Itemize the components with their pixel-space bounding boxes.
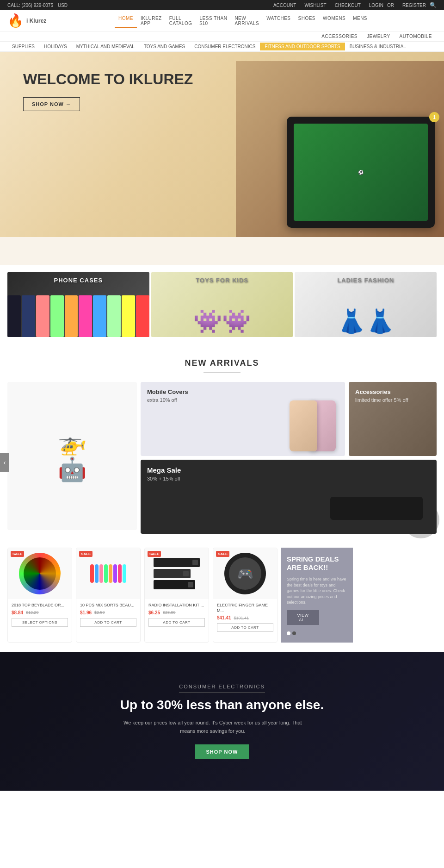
product-image-radio: SALE xyxy=(145,548,209,599)
nav-iklurez-app[interactable]: IKLUREZAPP xyxy=(137,14,166,28)
mobile-covers-title: Mobile Covers xyxy=(147,388,339,395)
product-image-finger-game: SALE 🎮 xyxy=(213,548,277,599)
tv-content: ⚽ xyxy=(358,170,364,175)
product-name-finger-game: ELECTRIC FINGER GAME M... xyxy=(217,603,273,613)
accessories-sub: limited time offer 5% off xyxy=(355,397,430,403)
products-section: SALE 2018 TOP BEYBLADE OR... $8.84 $12.2… xyxy=(0,543,444,652)
products-row: SALE 2018 TOP BEYBLADE OR... $8.84 $12.2… xyxy=(7,548,437,643)
category-fashion-label: LADIES FASHION xyxy=(337,277,394,284)
product-name-hairbands: 10 PCS MIX SORTS BEAU... xyxy=(80,603,136,608)
nav-toys-games[interactable]: TOYS AND GAMES xyxy=(139,43,190,50)
helicopter-icon: 🚁 🤖 xyxy=(58,429,86,483)
consumer-desc: We keep our prices low all year round. I… xyxy=(120,719,305,735)
sale-badge-3: SALE xyxy=(148,551,161,557)
wishlist-link[interactable]: WISHLIST xyxy=(304,3,326,8)
arrivals-grid: 🚁 🤖 Mobile Covers extra 10% off Accessor… xyxy=(0,382,444,543)
consumer-shop-button[interactable]: SHOP NOW xyxy=(195,744,249,759)
logo[interactable]: 🔥 i Klurez xyxy=(7,13,49,28)
login-link[interactable]: LOGIN xyxy=(369,3,383,8)
sale-badge-2: SALE xyxy=(79,551,92,557)
select-options-button[interactable]: SELECT OPTIONS xyxy=(12,618,68,627)
nav-supplies[interactable]: SUPPLIES xyxy=(7,43,39,50)
category-toys[interactable]: TOYS FOR KIDS 👾👾 xyxy=(151,272,293,337)
price-old-4: $101.41 xyxy=(234,616,249,620)
spring-deals-card: SPRING DEALS ARE BACK!! Spring time is h… xyxy=(281,548,353,643)
nav-womens[interactable]: WOMENS xyxy=(319,14,349,28)
product-card-finger-game: SALE 🎮 ELECTRIC FINGER GAME M... $41.41 … xyxy=(213,548,278,643)
nav-home[interactable]: HOME xyxy=(115,14,137,28)
phone-number: CALL: (206) 929-0075 xyxy=(7,3,53,8)
category-fashion[interactable]: LADIES FASHION 👗👗 xyxy=(295,272,437,337)
nav-new-arrivals[interactable]: NEWARRIVALS xyxy=(231,14,263,28)
nav-watches[interactable]: WATCHES xyxy=(263,14,294,28)
currency: USD xyxy=(58,3,68,8)
nav-consumer-electronics[interactable]: CONSUMER ELECTRONICS xyxy=(190,43,260,50)
consumer-title: Up to 30% less than anyone else. xyxy=(120,697,324,713)
shop-now-button[interactable]: SHOP NOW → xyxy=(23,97,80,111)
account-link[interactable]: ACCOUNT xyxy=(273,3,296,8)
add-to-cart-button-hairbands[interactable]: ADD TO CART xyxy=(80,618,136,627)
topbar-right: ACCOUNT WISHLIST CHECKOUT LOGIN OR REGIS… xyxy=(269,2,437,8)
top-bar: CALL: (206) 929-0075 USD ACCOUNT WISHLIS… xyxy=(0,0,444,10)
logo-flame-icon: 🔥 xyxy=(7,13,24,28)
spring-deals-title: SPRING DEALS ARE BACK!! xyxy=(287,555,347,572)
nav-shoes[interactable]: SHOES xyxy=(295,14,320,28)
toy-robot-display: 🚁 🤖 xyxy=(58,429,86,483)
arrivals-top-row: Mobile Covers extra 10% off Accessories … xyxy=(141,382,437,456)
category-phone-cases[interactable]: PHONE CASES xyxy=(7,272,149,337)
nav-business[interactable]: BUSINESS & INDUSTRIAL xyxy=(345,43,411,50)
nav-mens[interactable]: MENS xyxy=(349,14,371,28)
mobile-covers-card[interactable]: Mobile Covers extra 10% off xyxy=(141,382,345,456)
fashion-icon: 👗👗 xyxy=(337,308,395,335)
nav-fitness[interactable]: FITNESS AND OUTDOOR SPORTS xyxy=(260,43,345,50)
arrivals-featured-product[interactable]: 🚁 🤖 xyxy=(7,382,137,530)
hero-title: WELCOME TO IKLUREZ xyxy=(23,70,193,88)
product-name-radio: RADIO INSTALLATION KIT ... xyxy=(148,603,205,608)
nav-accessories[interactable]: ACCESSORIES xyxy=(317,32,362,40)
product-info-radio: RADIO INSTALLATION KIT ... $6.25 $28.99 … xyxy=(145,599,209,631)
cart-badge: 1 xyxy=(429,112,439,122)
search-icon[interactable]: 🔍 xyxy=(430,2,437,8)
nav-less-than[interactable]: LESS THAN$10 xyxy=(196,14,231,28)
product-prices-hairbands: $1.96 $2.59 xyxy=(80,610,136,615)
price-old-3: $28.99 xyxy=(163,610,176,615)
price-current-3: $6.25 xyxy=(148,610,160,615)
register-link[interactable]: REGISTER xyxy=(402,3,426,8)
nav-automobile[interactable]: AUTOMOBILE xyxy=(395,32,437,40)
consumer-banner-content: Consumer Electronics Up to 30% less than… xyxy=(120,683,324,760)
mega-sale-sub: 30% + 15% off xyxy=(147,476,430,481)
nav-full-catalog[interactable]: FULLCATALOG xyxy=(166,14,196,28)
dot-1 xyxy=(287,631,290,635)
accessories-card[interactable]: Accessories limited time offer 5% off 🎧 xyxy=(349,382,437,456)
price-old: $12.29 xyxy=(26,610,39,615)
tv-screen: ⚽ xyxy=(294,124,428,221)
dot-2 xyxy=(292,631,296,635)
finger-game-icon: 🎮 xyxy=(224,553,266,594)
promo-banner xyxy=(0,237,444,265)
spring-deals-desc: Spring time is here and we have the best… xyxy=(287,576,347,606)
checkout-link[interactable]: CHECKOUT xyxy=(335,3,361,8)
hero-section: WELCOME TO IKLUREZ SHOP NOW → ⚽ 1 xyxy=(0,52,444,237)
arrivals-prev-arrow[interactable]: ‹ xyxy=(0,453,9,472)
sale-badge: SALE xyxy=(11,551,24,557)
mega-sale-title: Mega Sale xyxy=(147,466,430,474)
nav-holidays[interactable]: HOLIDAYS xyxy=(39,43,72,50)
mega-sale-card[interactable]: Mega Sale 30% + 15% off xyxy=(141,460,437,534)
hairbands-icon xyxy=(85,553,131,594)
product-name-beyblade: 2018 TOP BEYBLADE OR... xyxy=(12,603,68,608)
add-to-cart-button-finger-game[interactable]: ADD TO CART xyxy=(217,623,273,632)
product-prices-beyblade: $8.84 $12.29 xyxy=(12,610,68,615)
dot-indicators xyxy=(287,631,347,635)
price-current: $8.84 xyxy=(12,610,23,615)
phone-mockup-2 xyxy=(290,400,317,451)
add-to-cart-button-radio[interactable]: ADD TO CART xyxy=(148,618,205,627)
product-prices-radio: $6.25 $28.99 xyxy=(148,610,205,615)
view-all-button[interactable]: VIEW ALL xyxy=(287,610,319,625)
product-card-hairbands: SALE 10 PCS MIX SORTS BEAU... $1.96 $2.5… xyxy=(76,548,141,643)
new-arrivals-title: NEW ARRIVALS xyxy=(0,344,444,382)
nav-jewelry[interactable]: JEWELRY xyxy=(362,32,395,40)
logo-text: i Klurez xyxy=(26,18,46,24)
product-card-beyblade: SALE 2018 TOP BEYBLADE OR... $8.84 $12.2… xyxy=(7,548,72,643)
product-image-hairbands: SALE xyxy=(76,548,140,599)
nav-mythical[interactable]: MYTHICAL AND MEDIEVAL xyxy=(72,43,139,50)
